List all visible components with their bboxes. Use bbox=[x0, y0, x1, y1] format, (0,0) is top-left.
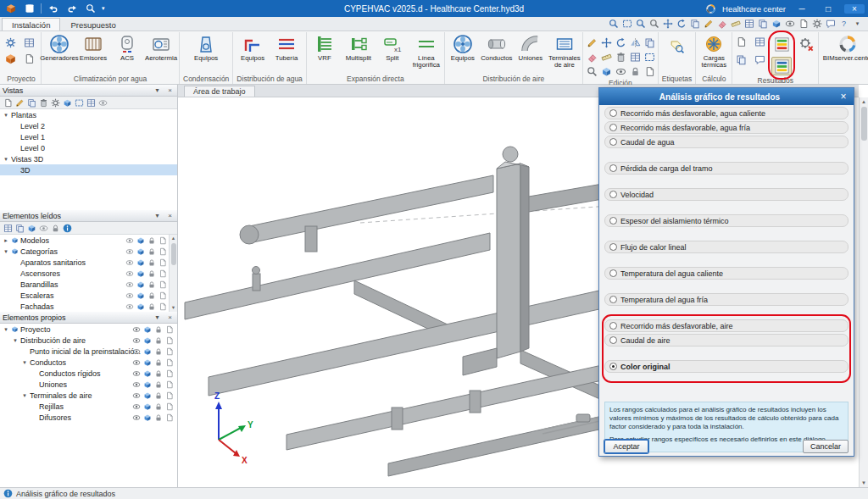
lock-icon[interactable] bbox=[154, 336, 163, 345]
condensacion-equipos-button[interactable]: Equipos bbox=[190, 33, 222, 63]
print-icon[interactable] bbox=[159, 291, 167, 300]
lock-icon[interactable] bbox=[147, 280, 156, 289]
measure-icon[interactable] bbox=[729, 17, 742, 30]
copy-icon[interactable] bbox=[643, 36, 657, 50]
option-recorrido-agua-caliente[interactable]: Recorrido más desfavorable, agua calient… bbox=[604, 107, 849, 119]
list-icon[interactable] bbox=[3, 224, 13, 233]
tab-presupuesto[interactable]: Presupuesto bbox=[60, 18, 125, 30]
cube-3d-icon[interactable] bbox=[136, 269, 145, 278]
visibility-icon[interactable] bbox=[132, 380, 141, 389]
cube-3d-icon[interactable] bbox=[136, 247, 145, 256]
collapse-panel-icon[interactable]: ▾ bbox=[153, 212, 162, 219]
linea-frigorifica-button[interactable]: Línea frigorífica bbox=[410, 33, 442, 70]
cube-3d-icon[interactable] bbox=[143, 380, 152, 389]
tree-item-barandillas[interactable]: Barandillas bbox=[0, 279, 177, 290]
cube-3d-icon[interactable] bbox=[143, 325, 152, 334]
lock-icon[interactable] bbox=[147, 291, 156, 300]
expander-icon[interactable]: ▾ bbox=[21, 392, 28, 399]
close-panel-icon[interactable]: × bbox=[165, 86, 175, 94]
lock-icon[interactable] bbox=[154, 391, 163, 400]
view-3d-icon[interactable] bbox=[63, 98, 72, 108]
print-icon[interactable] bbox=[165, 402, 174, 411]
group-by-icon[interactable] bbox=[15, 224, 25, 233]
results-table-button[interactable] bbox=[753, 35, 767, 49]
tree-item-conductos[interactable]: ▾Conductos bbox=[0, 357, 177, 368]
redraw-icon[interactable] bbox=[702, 17, 715, 30]
conductos-button[interactable]: Conductos bbox=[481, 33, 513, 63]
tree-item-aparatos-sanitarios[interactable]: Aparatos sanitarios bbox=[0, 257, 177, 268]
minimize-button[interactable]: ─ bbox=[792, 4, 812, 14]
agua-equipos-button[interactable]: Equipos bbox=[236, 33, 269, 63]
tree-item-difusores[interactable]: Difusores bbox=[0, 412, 177, 423]
close-panel-icon[interactable]: × bbox=[165, 212, 175, 219]
lock-icon[interactable] bbox=[154, 413, 163, 422]
group-icon[interactable] bbox=[599, 64, 614, 79]
collapse-panel-icon[interactable]: ▾ bbox=[153, 86, 162, 94]
visibility-all-icon[interactable] bbox=[39, 224, 48, 233]
option-recorrido-aire[interactable]: Recorrido más desfavorable, aire bbox=[604, 319, 849, 332]
generadores-button[interactable]: Generadores bbox=[43, 33, 75, 63]
tree-item-fachadas[interactable]: Fachadas bbox=[0, 301, 177, 312]
option-velocidad[interactable]: Velocidad bbox=[604, 188, 849, 201]
match-icon[interactable] bbox=[628, 50, 643, 64]
general-options-button[interactable] bbox=[3, 36, 18, 50]
redo-icon[interactable] bbox=[64, 3, 79, 15]
select-icon[interactable] bbox=[585, 64, 599, 79]
zoom-in-icon[interactable] bbox=[634, 17, 647, 30]
print-icon[interactable] bbox=[159, 258, 167, 267]
object-3d-icon[interactable] bbox=[770, 17, 782, 30]
tree-item-modelos[interactable]: ▸Modelos bbox=[0, 235, 177, 246]
scroll-up-icon[interactable]: ▲ bbox=[171, 235, 175, 242]
leidos-scrollbar[interactable]: ▲ ▼ bbox=[169, 235, 177, 312]
print-icon[interactable] bbox=[165, 413, 174, 422]
view-config-icon[interactable] bbox=[51, 98, 60, 108]
visibility-icon[interactable] bbox=[783, 17, 796, 30]
scrollbar-thumb[interactable] bbox=[171, 243, 176, 265]
etiquetas-button[interactable] bbox=[667, 36, 687, 55]
lock-all-icon[interactable] bbox=[51, 224, 60, 233]
chat-icon[interactable] bbox=[824, 17, 837, 30]
cube-3d-icon[interactable] bbox=[136, 280, 145, 289]
lock-icon[interactable] bbox=[147, 269, 156, 278]
model-3d-icon[interactable] bbox=[27, 224, 36, 233]
measure-edit-icon[interactable] bbox=[599, 50, 614, 64]
lock-icon[interactable] bbox=[154, 358, 163, 367]
tree-item-plantas[interactable]: ▾Plantas bbox=[0, 109, 177, 120]
emisores-button[interactable]: Emisores bbox=[77, 33, 109, 63]
dialog-close-icon[interactable]: × bbox=[837, 91, 850, 103]
print-icon[interactable] bbox=[165, 325, 174, 334]
close-panel-icon[interactable]: × bbox=[165, 313, 175, 321]
close-button[interactable]: × bbox=[844, 4, 865, 14]
option-color-original[interactable]: Color original bbox=[604, 360, 849, 373]
tree-item-distribucion-aire[interactable]: ▾Distribución de aire bbox=[0, 335, 177, 346]
expander-icon[interactable]: ▾ bbox=[12, 337, 19, 344]
view-table-icon[interactable] bbox=[86, 98, 96, 108]
lock-icon[interactable] bbox=[147, 236, 156, 245]
account-label[interactable]: Healthcare center bbox=[722, 4, 786, 14]
visibility-icon[interactable] bbox=[125, 247, 134, 256]
print-icon[interactable] bbox=[159, 269, 167, 278]
results-report-button[interactable] bbox=[753, 53, 767, 67]
cube-3d-icon[interactable] bbox=[143, 369, 152, 378]
bimserver-button[interactable]: BIMserver.center bbox=[821, 33, 868, 63]
cube-3d-icon[interactable] bbox=[143, 391, 152, 400]
cube-3d-icon[interactable] bbox=[143, 402, 152, 411]
cube-3d-icon[interactable] bbox=[136, 302, 145, 311]
symmetry-icon[interactable] bbox=[628, 36, 643, 50]
canvas-vertical-scrollbar[interactable]: ▲ ▼ bbox=[859, 97, 868, 487]
uniones-button[interactable]: Uniones bbox=[515, 33, 547, 63]
tab-area-de-trabajo[interactable]: Área de trabajo bbox=[184, 86, 255, 97]
print-icon[interactable] bbox=[165, 358, 174, 367]
app-menu-icon[interactable] bbox=[3, 3, 18, 15]
page-edit-icon[interactable] bbox=[643, 64, 657, 79]
aceptar-button[interactable]: Aceptar bbox=[604, 440, 648, 453]
option-espesor-aislamiento[interactable]: Espesor del aislamiento térmico bbox=[604, 214, 849, 227]
layers-icon[interactable] bbox=[756, 17, 769, 30]
visibility-icon[interactable] bbox=[125, 291, 134, 300]
visibility-icon[interactable] bbox=[132, 413, 141, 422]
zoom-extents-icon[interactable] bbox=[607, 17, 620, 30]
option-caudal-de-aire[interactable]: Caudal de aire bbox=[604, 334, 849, 347]
acs-button[interactable]: ACS bbox=[111, 33, 143, 63]
collapse-panel-icon[interactable]: ▾ bbox=[153, 313, 162, 321]
lock-icon[interactable] bbox=[154, 369, 163, 378]
